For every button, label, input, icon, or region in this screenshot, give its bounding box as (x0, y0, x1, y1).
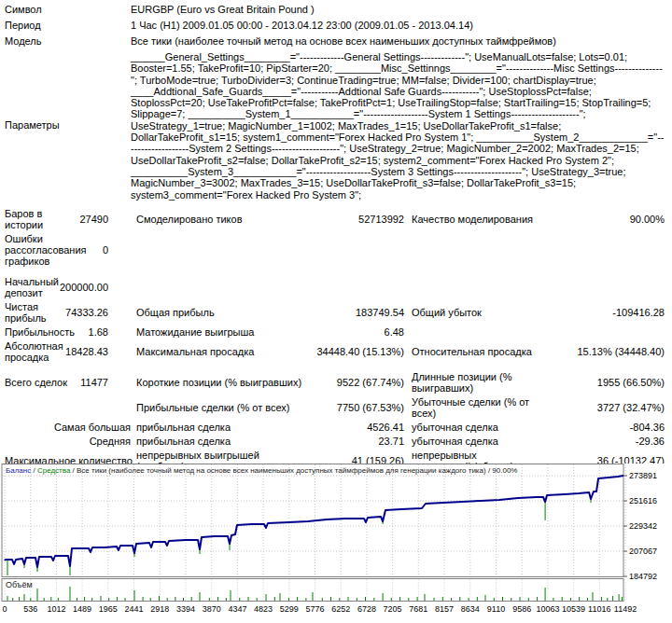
x-axis-label: 1965 (99, 604, 118, 614)
stat-value: -804.36 (535, 422, 665, 433)
model-row: Модель Все тики (наиболее точный метод н… (5, 35, 665, 48)
stat-label: Чистая прибыль (5, 301, 65, 324)
period-row: Период 1 Час (H1) 2009.01.05 00:00 - 201… (5, 20, 665, 32)
stat-row: Прибыльные сделки (% от всех) 7750 (67.5… (5, 396, 665, 419)
stat-value: 52713992 (309, 214, 404, 225)
stat-row: Прибыльность1.68 Матожидание выигрыша 6.… (5, 326, 665, 338)
x-axis-label: 1489 (73, 604, 91, 614)
stat-row: Чистая прибыль74333.26 Общая прибыль 183… (5, 301, 665, 324)
period-label: Период (5, 20, 131, 32)
stat-value: -109416.28 (535, 307, 665, 318)
stat-label: Качество моделирования (404, 214, 535, 225)
stat-value: 3727 (32.47%) (535, 402, 665, 413)
stat-value: 7750 (67.53%) (309, 402, 404, 413)
x-axis-label: 7681 (409, 604, 427, 614)
legend-description: Все тики (наиболее точный метод на основ… (77, 466, 486, 475)
symbol-row: Символ EURGBP (Euro vs Great Britain Pou… (5, 4, 665, 16)
stat-value: 74333.26 (65, 307, 131, 318)
y-axis-label: 273891 (629, 471, 670, 480)
x-axis-label: 5299 (280, 604, 299, 614)
stat-label: Всего сделок (5, 377, 67, 388)
stat-label: Средняя (5, 436, 131, 447)
stat-value: 200000.00 (60, 282, 131, 293)
x-axis-label: 2441 (124, 604, 143, 614)
stat-value: 18428.43 (65, 346, 131, 357)
legend-balance: Баланс (6, 466, 31, 475)
stat-label: Самая большая (5, 422, 131, 433)
stat-value: 90.00% (535, 214, 665, 225)
stat-value: 1955 (66.50%) (535, 377, 665, 388)
stat-row: Средняя прибыльная сделка 23.71 убыточна… (5, 436, 665, 447)
x-axis-label: 10539 (562, 604, 585, 614)
x-axis-label: 4823 (254, 604, 273, 614)
stat-label: Матожидание выигрыша (131, 326, 309, 338)
x-axis-label: 2918 (150, 604, 169, 614)
x-axis-label: 3870 (203, 604, 221, 614)
stat-label: прибыльная сделка (131, 436, 309, 447)
parameters-value: ______General_Settings________="--------… (131, 51, 665, 201)
period-value: 1 Час (H1) 2009.01.05 00:00 - 2013.04.12… (131, 20, 665, 32)
equity-drawdown-spikes (7, 499, 591, 575)
stat-row: Всего сделок11477 Короткие позиции (% вы… (5, 371, 665, 394)
x-axis-label: 1012 (47, 604, 65, 614)
balance-chart: 0536101214891965244129183394387043474823… (0, 464, 672, 623)
chart-legend: Баланс / Средства / Все тики (наиболее т… (6, 466, 517, 475)
chart-canvas: 0536101214891965244129183394387043474823… (0, 464, 672, 623)
stat-row: Ошибки рассогласования графиков0 (5, 233, 665, 267)
stat-label: Общая прибыль (131, 307, 309, 318)
stat-label: Короткие позиции (% выигравших) (131, 377, 309, 388)
strategy-tester-report: Символ EURGBP (Euro vs Great Britain Pou… (0, 2, 672, 514)
stat-label: Начальный депозит (5, 276, 60, 298)
stat-label: Относительная просадка (404, 346, 535, 357)
stat-label: Ошибки рассогласования графиков (5, 233, 93, 267)
x-axis-label: 9110 (487, 604, 505, 614)
stat-row: Самая большая прибыльная сделка 4526.41 … (5, 422, 665, 433)
y-axis-ticks (623, 476, 627, 576)
stat-label: Убыточные сделки (% от всех) (404, 396, 535, 419)
stat-label: Общий убыток (404, 307, 535, 318)
stat-value: 4526.41 (309, 422, 404, 433)
stat-value: 23.71 (309, 436, 404, 447)
stat-value: 11477 (67, 377, 131, 388)
legend-equity: Средства (37, 466, 70, 475)
grid-lines (3, 464, 625, 601)
y-axis-label: 229342 (629, 521, 670, 531)
stat-row: Баров в истории27490 Смоделировано тиков… (5, 208, 665, 230)
stat-label: убыточная сделка (404, 422, 535, 433)
stat-label: Прибыльность (5, 326, 75, 338)
x-axis-label: 5776 (305, 604, 324, 614)
legend-quality: 90.00% (492, 466, 517, 475)
stat-label: Прибыльные сделки (% от всех) (131, 402, 309, 413)
x-axis-label: 0 (2, 604, 7, 614)
stat-value: 183749.54 (309, 307, 404, 318)
x-axis-labels: 0536101214891965244129183394387043474823… (2, 604, 637, 614)
x-axis-label: 9586 (512, 604, 531, 614)
x-axis-label: 11492 (614, 604, 637, 614)
stat-value: -29.36 (535, 436, 665, 447)
stat-value: 1.68 (75, 326, 131, 338)
x-axis-label: 6728 (357, 604, 376, 614)
x-axis-label: 10063 (536, 604, 559, 614)
x-axis-label: 536 (23, 604, 37, 614)
stat-value: 27490 (79, 214, 131, 225)
y-axis-label: 184792 (629, 572, 670, 581)
y-axis-label: 251616 (629, 496, 670, 505)
x-axis-label: 11016 (588, 604, 610, 614)
parameters-label: Параметры (5, 119, 131, 132)
stat-label: Смоделировано тиков (131, 214, 309, 225)
x-axis-label: 8634 (461, 604, 480, 614)
stat-value: 34448.40 (15.13%) (309, 346, 404, 357)
x-axis-label: 8157 (435, 604, 454, 614)
model-value: Все тики (наиболее точный метод на основ… (131, 35, 665, 48)
symbol-label: Символ (5, 4, 131, 16)
y-axis-label: 207067 (629, 547, 670, 556)
model-label: Модель (5, 35, 131, 48)
x-axis-label: 7205 (384, 604, 402, 614)
stat-row: Начальный депозит200000.00 (5, 276, 665, 298)
stat-value: 15.13% (34448.40) (535, 346, 665, 357)
stat-row: Абсолютная просадка18428.43 Максимальная… (5, 340, 665, 363)
stat-value: 0 (93, 244, 131, 256)
legend-separator: / (31, 466, 37, 475)
stat-label: Максимальная просадка (131, 346, 309, 357)
x-axis-label: 4347 (228, 604, 246, 614)
